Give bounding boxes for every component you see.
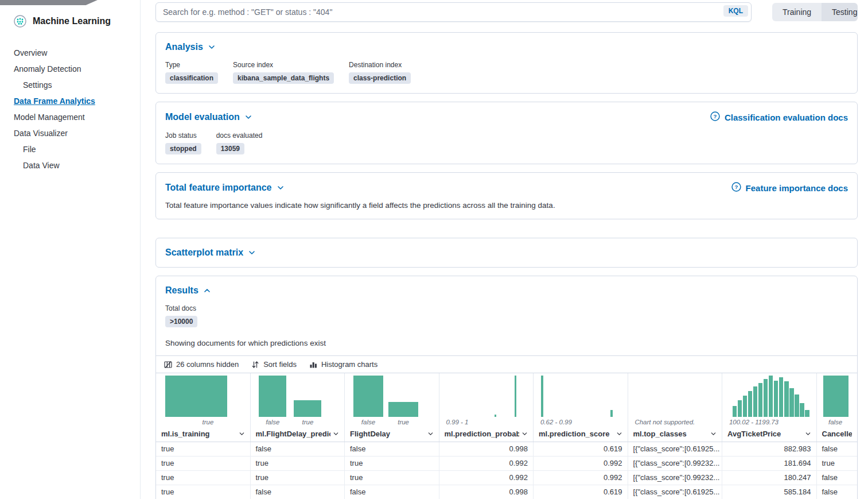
sidebar-item-model-management[interactable]: Model Management <box>0 109 140 125</box>
scatterplot-accordion-toggle[interactable]: Scatterplot matrix <box>165 247 255 258</box>
toolbar-sort-fields-button[interactable]: Sort fields <box>251 360 297 369</box>
histogram-bar <box>294 400 321 417</box>
histogram-chart <box>445 376 528 417</box>
svg-text:?: ? <box>714 113 717 119</box>
sidebar-header: Machine Learning <box>0 15 140 28</box>
columns-hidden-icon <box>164 361 172 369</box>
feature-importance-docs-link[interactable]: ? Feature importance docs <box>731 182 848 194</box>
table-cell: false <box>251 442 345 456</box>
field: Source indexkibana_sample_data_flights <box>233 61 334 84</box>
histogram-labels: 100.02 - 1199.73 <box>727 418 811 428</box>
sidebar-item-overview[interactable]: Overview <box>0 45 140 61</box>
analysis-title: Analysis <box>165 42 203 52</box>
feature-importance-description: Total feature importance values indicate… <box>165 201 848 210</box>
histogram-labels: true <box>161 418 245 428</box>
column-name: Cancelled <box>822 430 853 438</box>
column-header-ml.prediction_probability[interactable]: ml.prediction_probability <box>439 428 534 442</box>
histogram-label: true <box>398 419 409 425</box>
analysis-fields: TypeclassificationSource indexkibana_sam… <box>165 61 848 84</box>
column-name: ml.is_training <box>161 430 236 438</box>
model-evaluation-accordion-toggle[interactable]: Model evaluation <box>165 112 252 122</box>
table-cell: false <box>345 442 439 456</box>
table-cell: 0.619 <box>534 485 628 499</box>
table-cell: 0.998 <box>439 442 534 456</box>
kql-badge[interactable]: KQL <box>723 5 748 17</box>
histogram-bar <box>165 376 227 417</box>
histogram-label: false <box>266 419 279 425</box>
field: Typeclassification <box>165 61 218 84</box>
classification-evaluation-docs-link[interactable]: ? Classification evaluation docs <box>710 111 848 123</box>
machine-learning-logo-icon <box>14 15 26 28</box>
sidebar-item-settings[interactable]: Settings <box>0 77 140 93</box>
table-cell: true <box>251 471 345 485</box>
table-cell: 0.992 <box>534 457 628 470</box>
sidebar-item-anomaly-detection[interactable]: Anomaly Detection <box>0 61 140 77</box>
histogram-bar <box>259 376 286 417</box>
sidebar-item-data-visualizer[interactable]: Data Visualizer <box>0 125 140 141</box>
histogram-bar <box>774 381 779 417</box>
histogram-bar <box>805 410 809 417</box>
training-button[interactable]: Training <box>772 3 822 21</box>
sidebar-nav: OverviewAnomaly DetectionSettingsData Fr… <box>0 45 140 173</box>
histogram-bar <box>733 406 737 417</box>
grid-column: falsetrueml.FlightDelay_prediction <box>251 373 345 442</box>
field-label: Job status <box>165 131 201 140</box>
field-label: Source index <box>233 61 334 69</box>
table-cell: [{"class_score":[0.99232... <box>628 457 723 470</box>
histogram-bar <box>753 386 758 417</box>
results-accordion-toggle[interactable]: Results <box>165 285 211 296</box>
app-root: Machine Learning OverviewAnomaly Detecti… <box>0 0 868 499</box>
histogram-labels: falsetrue <box>350 418 434 428</box>
histogram-bar <box>495 415 496 417</box>
sidebar-item-data-view[interactable]: Data View <box>0 157 140 173</box>
table-cell: 0.992 <box>534 471 628 485</box>
sidebar-item-file[interactable]: File <box>0 141 140 157</box>
chevron-down-icon <box>521 431 528 437</box>
chevron-down-icon <box>710 431 717 437</box>
toolbar-button-label: 26 columns hidden <box>176 360 239 369</box>
chevron-down-icon <box>208 44 215 51</box>
analysis-accordion-toggle[interactable]: Analysis <box>165 42 215 52</box>
histogram-label: 100.02 - 1199.73 <box>729 419 779 425</box>
table-cell: 882.983 <box>722 442 817 456</box>
testing-button[interactable]: Testing <box>822 3 858 21</box>
histogram-labels: false <box>822 418 853 428</box>
scatterplot-title: Scatterplot matrix <box>165 247 243 258</box>
results-data-grid: 26 columns hiddenSort fieldsHistogram ch… <box>156 355 857 499</box>
histogram-label: true <box>203 419 214 425</box>
column-name: ml.top_classes <box>633 430 709 438</box>
column-header-ml.is_training[interactable]: ml.is_training <box>156 428 250 442</box>
column-header-ml.top_classes[interactable]: ml.top_classes <box>628 428 722 442</box>
sort-fields-icon <box>251 361 259 369</box>
sidebar-item-data-frame-analytics[interactable]: Data Frame Analytics <box>0 93 140 109</box>
feature-importance-accordion-toggle[interactable]: Total feature importance <box>165 183 284 193</box>
model-evaluation-title: Model evaluation <box>165 112 240 122</box>
histogram-bar <box>784 381 789 417</box>
field-value-badge: classification <box>165 72 218 84</box>
histogram-bar <box>769 376 773 417</box>
histogram-bar <box>823 376 848 417</box>
histogram-label: 0.99 - 1 <box>446 419 468 425</box>
table-cell: false <box>817 442 858 456</box>
column-header-ml.prediction_score[interactable]: ml.prediction_score <box>534 428 628 442</box>
window-corner-artifact <box>0 0 98 5</box>
toolbar-26-columns-hidden-button[interactable]: 26 columns hidden <box>164 360 239 369</box>
column-header-AvgTicketPrice[interactable]: AvgTicketPrice <box>722 428 816 442</box>
search-input[interactable] <box>155 2 752 22</box>
toolbar-histogram-charts-button[interactable]: Histogram charts <box>309 360 377 369</box>
column-header-Cancelled[interactable]: Cancelled <box>817 428 858 442</box>
table-cell: true <box>345 457 439 470</box>
table-cell: [{"class_score":[0.61925... <box>628 485 723 499</box>
chevron-down-icon <box>427 431 434 437</box>
table-cell: 181.694 <box>722 457 817 470</box>
histogram-labels: falsetrue <box>256 418 340 428</box>
svg-text:?: ? <box>734 184 738 190</box>
column-header-ml.FlightDelay_prediction[interactable]: ml.FlightDelay_prediction <box>251 428 345 442</box>
table-cell: 585.184 <box>722 485 817 499</box>
chevron-up-icon <box>204 287 211 294</box>
grid-header-row: trueml.is_trainingfalsetrueml.FlightDela… <box>156 373 857 442</box>
histogram-chart <box>256 376 340 417</box>
grid-column: falseCancelled <box>817 373 858 442</box>
column-header-FlightDelay[interactable]: FlightDelay <box>345 428 439 442</box>
histogram-charts-icon <box>309 361 317 369</box>
